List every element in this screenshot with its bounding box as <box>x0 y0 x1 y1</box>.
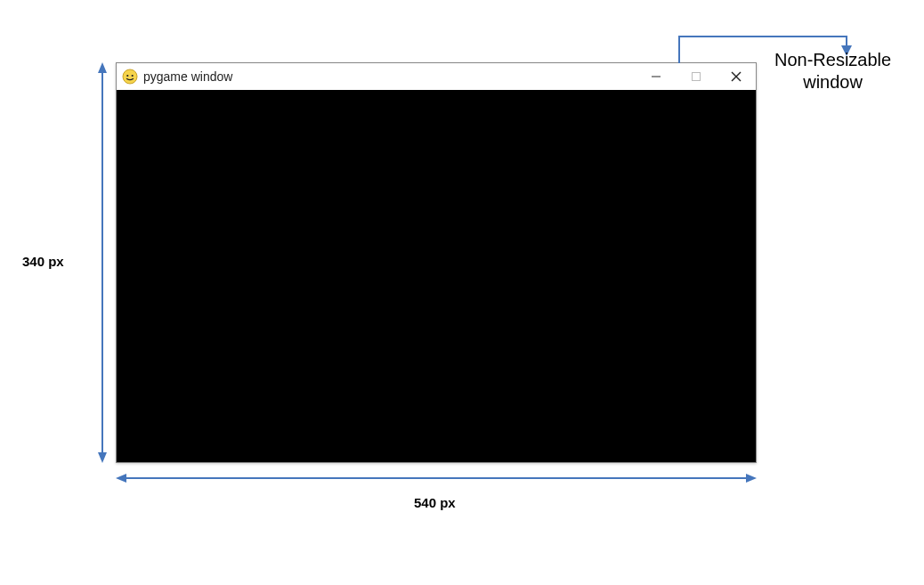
svg-point-1 <box>126 75 128 77</box>
svg-point-0 <box>123 69 137 84</box>
callout-line2: window <box>803 72 863 92</box>
callout-line1: Non-Resizable <box>774 50 891 69</box>
svg-marker-11 <box>116 474 126 483</box>
minimize-button[interactable] <box>636 63 676 90</box>
svg-marker-12 <box>746 474 757 483</box>
svg-marker-8 <box>98 62 107 73</box>
window-title: pygame window <box>143 69 232 84</box>
width-dimension-arrow <box>116 467 757 490</box>
svg-marker-9 <box>98 452 107 463</box>
height-dimension-arrow <box>91 62 114 463</box>
canvas-area <box>117 90 756 462</box>
width-label: 540 px <box>414 495 456 510</box>
height-label: 340 px <box>22 254 64 269</box>
pygame-window: pygame window <box>116 62 757 463</box>
pygame-icon <box>122 69 138 85</box>
callout-label: Non-Resizable window <box>774 49 891 93</box>
titlebar: pygame window <box>117 63 756 90</box>
svg-point-2 <box>132 75 134 77</box>
